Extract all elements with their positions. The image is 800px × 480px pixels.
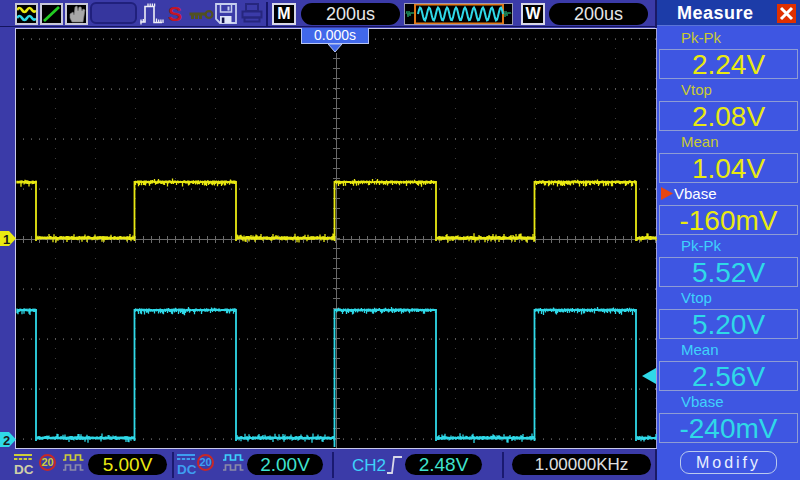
svg-text:2: 2 [3, 433, 10, 448]
svg-text:1: 1 [3, 232, 10, 247]
svg-text:DC: DC [177, 462, 197, 477]
svg-text:DC: DC [14, 462, 34, 477]
